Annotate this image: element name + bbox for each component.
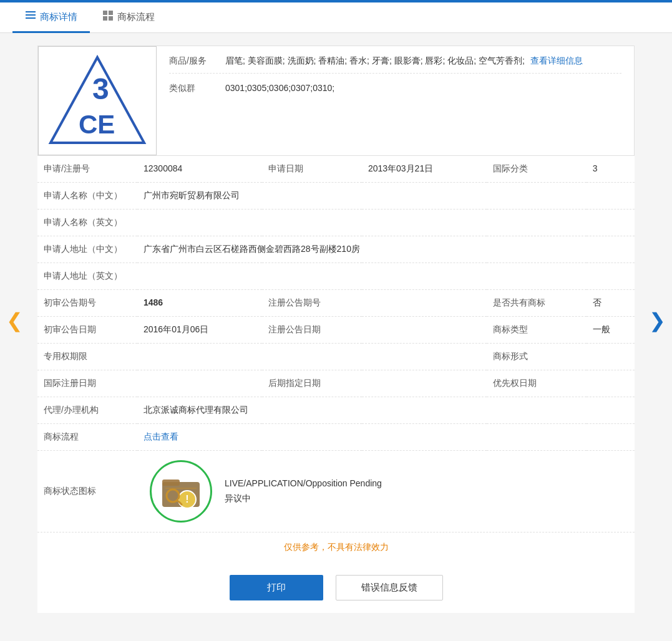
reg-pub-num-label: 注册公告期号 <box>262 290 362 317</box>
exclusive-period-value <box>137 344 262 370</box>
status-text-en: LIVE/APPLICATION/Opposition Pending <box>225 478 382 488</box>
trademark-form-label: 商标形式 <box>487 344 587 370</box>
agent-value: 北京派诚商标代理有限公司 <box>137 397 635 424</box>
trademark-type-label: 商标类型 <box>487 317 587 344</box>
intl-class-value: 3 <box>587 156 635 183</box>
apply-date-value: 2013年03月21日 <box>362 156 487 183</box>
svg-rect-11 <box>162 480 180 486</box>
goods-services-label: 商品/服务 <box>169 55 219 67</box>
goods-services-value: 眉笔; 美容面膜; 洗面奶; 香精油; 香水; 牙膏; 眼影膏; 唇彩; 化妆品… <box>225 55 583 67</box>
status-text-wrap: LIVE/APPLICATION/Opposition Pending 异议中 <box>225 478 382 504</box>
svg-rect-4 <box>109 11 113 15</box>
table-row: 专用权期限 商标形式 <box>37 344 635 370</box>
table-row: 国际注册日期 后期指定日期 优先权日期 <box>37 370 635 397</box>
next-arrow[interactable]: ❯ <box>649 309 666 332</box>
trademark-type-value: 一般 <box>587 317 635 344</box>
trademark-form-value <box>587 344 635 370</box>
similar-group-value: 0301;0305;0306;0307;0310; <box>225 83 334 94</box>
table-row: 申请/注册号 12300084 申请日期 2013年03月21日 国际分类 3 <box>37 156 635 183</box>
trademark-flow-label: 商标流程 <box>37 424 137 451</box>
trademark-flow-link[interactable]: 点击查看 <box>144 431 178 441</box>
svg-rect-6 <box>109 16 113 21</box>
later-date-label: 后期指定日期 <box>262 370 362 397</box>
svg-rect-1 <box>26 14 36 16</box>
similar-group-label: 类似群 <box>169 83 219 94</box>
status-label: 商标状态图标 <box>44 486 137 497</box>
applicant-en-label: 申请人名称（英文） <box>37 210 137 236</box>
svg-rect-5 <box>103 16 107 21</box>
initial-pub-date-label: 初审公告日期 <box>37 317 137 344</box>
trademark-flow-link-cell: 点击查看 <box>137 424 635 451</box>
reg-pub-num-value <box>362 290 487 317</box>
prev-arrow[interactable]: ❮ <box>6 309 23 332</box>
exclusive-period-label: 专用权期限 <box>37 344 137 370</box>
intl-reg-date-label: 国际注册日期 <box>37 370 137 397</box>
reg-pub-date-label: 注册公告日期 <box>262 317 362 344</box>
shared-value: 否 <box>587 290 635 317</box>
initial-pub-date-value: 2016年01月06日 <box>137 317 262 344</box>
svg-text:CE: CE <box>79 110 115 139</box>
actions-bar: 打印 错误信息反馈 <box>37 562 635 613</box>
detail-table: 申请/注册号 12300084 申请日期 2013年03月21日 国际分类 3 … <box>37 156 635 451</box>
applicant-addr-cn-value: 广东省广州市白云区石槎路西侧金碧西路28号副楼210房 <box>137 236 635 263</box>
agent-label: 代理/办理机构 <box>37 397 137 424</box>
goods-services-link[interactable]: 查看详细信息 <box>530 55 583 65</box>
table-row: 申请人地址（英文） <box>37 263 635 290</box>
applicant-addr-en-value <box>137 263 635 290</box>
applicant-addr-en-label: 申请人地址（英文） <box>37 263 137 290</box>
tab-detail-label: 商标详情 <box>40 11 77 23</box>
svg-rect-2 <box>26 17 36 19</box>
tab-flow[interactable]: 商标流程 <box>90 2 167 33</box>
table-row: 申请人名称（英文） <box>37 210 635 236</box>
main-content: 3 CE 商品/服务 眉笔; 美容面膜; 洗面奶; 香精油; 香水; 牙膏; 眼… <box>0 33 672 625</box>
shared-label: 是否共有商标 <box>487 290 587 317</box>
tabs-bar: 商标详情 商标流程 <box>0 2 672 33</box>
applicant-cn-value: 广州市宛昕贸易有限公司 <box>137 183 635 210</box>
later-date-value <box>362 370 487 397</box>
tab-flow-label: 商标流程 <box>117 11 155 23</box>
table-row: 申请人名称（中文） 广州市宛昕贸易有限公司 <box>37 183 635 210</box>
tab-detail[interactable]: 商标详情 <box>12 2 90 33</box>
table-row: 商标流程 点击查看 <box>37 424 635 451</box>
print-button[interactable]: 打印 <box>230 575 323 600</box>
trademark-image-box: 3 CE <box>38 46 157 155</box>
applicant-cn-label: 申请人名称（中文） <box>37 183 137 210</box>
priority-date-value <box>587 370 635 397</box>
intl-class-label: 国际分类 <box>487 156 587 183</box>
applicant-en-value <box>137 210 635 236</box>
apply-date-label: 申请日期 <box>262 156 362 183</box>
svg-text:3: 3 <box>92 72 109 105</box>
intl-reg-date-value <box>137 370 262 397</box>
priority-date-label: 优先权日期 <box>487 370 587 397</box>
flow-tab-icon <box>102 10 114 24</box>
reg-number-label: 申请/注册号 <box>37 156 137 183</box>
table-row: 初审公告日期 2016年01月06日 注册公告日期 商标类型 一般 <box>37 317 635 344</box>
reg-pub-date-value <box>362 317 487 344</box>
svg-rect-3 <box>103 11 107 15</box>
initial-pub-num-label: 初审公告期号 <box>37 290 137 317</box>
table-row: 初审公告期号 1486 注册公告期号 是否共有商标 否 <box>37 290 635 317</box>
reg-number-value: 12300084 <box>137 156 262 183</box>
feedback-button[interactable]: 错误信息反馈 <box>336 575 443 600</box>
table-row: 申请人地址（中文） 广东省广州市白云区石槎路西侧金碧西路28号副楼210房 <box>37 236 635 263</box>
applicant-addr-cn-label: 申请人地址（中文） <box>37 236 137 263</box>
status-section: 商标状态图标 ! LIVE/APPLICATION/Opposit <box>37 451 635 533</box>
svg-rect-0 <box>26 11 36 12</box>
svg-text:!: ! <box>185 494 188 504</box>
table-row: 代理/办理机构 北京派诚商标代理有限公司 <box>37 397 635 424</box>
initial-pub-num-value: 1486 <box>137 290 262 317</box>
detail-tab-icon <box>25 10 36 24</box>
status-icon-wrap: ! <box>150 460 212 523</box>
status-text-zh: 异议中 <box>225 493 382 504</box>
disclaimer: 仅供参考，不具有法律效力 <box>37 533 635 562</box>
